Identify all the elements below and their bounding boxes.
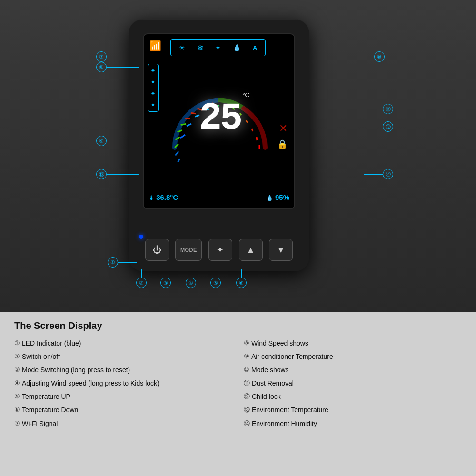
annotation-12: ⑫ (367, 121, 393, 132)
desc-text-14: Environment Humidity (252, 418, 317, 429)
desc-item-2: ② Switch on/off (14, 351, 232, 362)
mode-auto-icon: A (253, 44, 257, 51)
desc-item-4: ④ Adjusting Wind speed (long press to Ki… (14, 378, 232, 389)
desc-item-10: ⑩ Mode shows (244, 365, 462, 376)
annotation-6: ⑥ (236, 269, 247, 288)
bottom-info-row: 🌡 36.8°C 💧 95% (149, 193, 289, 201)
desc-text-5: Temperature UP (22, 391, 70, 402)
desc-text-8: Wind Speed shows (251, 338, 308, 349)
desc-num-10: ⑩ (244, 365, 249, 376)
svg-line-5 (175, 151, 179, 155)
desc-text-7: Wi-Fi Signal (22, 418, 58, 429)
desc-text-2: Switch on/off (22, 351, 60, 362)
annotation-3: ③ (160, 269, 171, 288)
desc-text-13: Environment Temperature (252, 405, 328, 416)
svg-line-4 (176, 159, 181, 162)
desc-num-1: ① (14, 338, 20, 349)
fan-speed-button[interactable]: ✦ (208, 239, 232, 261)
desc-text-11: Dust Removal (252, 378, 294, 389)
annotation-14: ⑭ (364, 169, 393, 179)
mode-sun-icon: ☀ (179, 44, 185, 51)
desc-num-4: ④ (14, 378, 20, 389)
desc-num-14: ⑭ (244, 418, 250, 429)
description-grid: ① LED Indicator (blue) ⑧ Wind Speed show… (14, 338, 462, 429)
annotation-9: ⑨ (96, 136, 139, 146)
desc-item-7: ⑦ Wi-Fi Signal (14, 418, 232, 429)
desc-item-8: ⑧ Wind Speed shows (244, 338, 462, 349)
desc-num-11: ⑪ (244, 378, 250, 389)
mode-drop-icon: 💧 (233, 44, 241, 51)
desc-num-12: ⑫ (244, 391, 250, 402)
annotation-7: ⑦ (96, 51, 139, 62)
desc-item-14: ⑭ Environment Humidity (244, 418, 462, 429)
desc-num-13: ⑬ (244, 405, 250, 416)
fan-speed-3-icon: ✦ (150, 90, 156, 97)
description-section: The Screen Display ① LED Indicator (blue… (0, 312, 476, 476)
desc-item-6: ⑥ Temperature Down (14, 405, 232, 416)
svg-line-25 (257, 137, 257, 140)
device-screen: 📶 ☀ ❄ ✦ 💧 A ✦ ✦ ✦ ✦ (143, 33, 295, 209)
fan-speed-2-icon: ✦ (150, 79, 156, 86)
desc-num-9: ⑨ (244, 351, 249, 362)
desc-num-8: ⑧ (244, 338, 249, 349)
desc-text-9: Air conditioner Temperature (251, 351, 333, 362)
desc-item-1: ① LED Indicator (blue) (14, 338, 232, 349)
child-lock-icon: 🔒 (277, 139, 288, 149)
desc-item-3: ③ Mode Switching (long press to reset) (14, 365, 232, 376)
desc-num-2: ② (14, 351, 20, 362)
annotation-11: ⑪ (367, 104, 393, 114)
desc-text-1: LED Indicator (blue) (22, 338, 81, 349)
temp-up-button[interactable]: ▲ (239, 239, 263, 261)
annotation-1: ① (108, 257, 137, 268)
annotation-8: ⑧ (96, 62, 139, 72)
desc-text-3: Mode Switching (long press to reset) (22, 365, 130, 376)
buttons-row: ⏻ MODE ✦ ▲ ▼ (142, 239, 296, 261)
annotation-13: ⑬ (96, 169, 139, 179)
desc-item-13: ⑬ Environment Temperature (244, 405, 462, 416)
fan-speed-column: ✦ ✦ ✦ ✦ (148, 64, 159, 112)
desc-text-6: Temperature Down (22, 405, 78, 416)
device-body: 📶 ☀ ❄ ✦ 💧 A ✦ ✦ ✦ ✦ (129, 19, 309, 271)
mode-bar: ☀ ❄ ✦ 💧 A (170, 39, 266, 56)
mode-button[interactable]: MODE (175, 239, 202, 261)
wifi-icon: 📶 (149, 40, 161, 51)
temp-down-button[interactable]: ▼ (269, 239, 293, 261)
power-button[interactable]: ⏻ (145, 239, 169, 261)
drop-icon: 💧 (266, 195, 273, 201)
desc-item-9: ⑨ Air conditioner Temperature (244, 351, 462, 362)
thermometer-icon: 🌡 (149, 195, 154, 201)
fan-speed-1-icon: ✦ (150, 67, 156, 74)
env-humidity-display: 💧 95% (266, 193, 289, 201)
desc-num-7: ⑦ (14, 418, 20, 429)
temperature-number: 25 (177, 99, 263, 138)
annotation-2: ② (136, 269, 147, 288)
desc-num-3: ③ (14, 365, 20, 376)
dust-removal-icon: ✕ (279, 122, 288, 135)
desc-text-10: Mode shows (251, 365, 289, 376)
temperature-display: °C 25 (177, 91, 263, 138)
annotation-10: ⑩ (350, 51, 385, 62)
desc-item-5: ⑤ Temperature UP (14, 391, 232, 402)
desc-num-5: ⑤ (14, 391, 20, 402)
fan-speed-4-icon: ✦ (150, 101, 156, 109)
desc-text-4: Adjusting Wind speed (long press to Kids… (22, 378, 159, 389)
section-title: The Screen Display (14, 320, 462, 331)
led-indicator (139, 235, 143, 239)
annotation-4: ④ (186, 269, 196, 288)
annotation-5: ⑤ (210, 269, 221, 288)
mode-fan-icon: ✦ (215, 44, 221, 51)
mode-snow-icon: ❄ (197, 43, 203, 52)
desc-text-12: Child lock (252, 391, 281, 402)
desc-item-11: ⑪ Dust Removal (244, 378, 462, 389)
env-temperature-display: 🌡 36.8°C (149, 193, 178, 201)
desc-num-6: ⑥ (14, 405, 20, 416)
desc-item-12: ⑫ Child lock (244, 391, 462, 402)
